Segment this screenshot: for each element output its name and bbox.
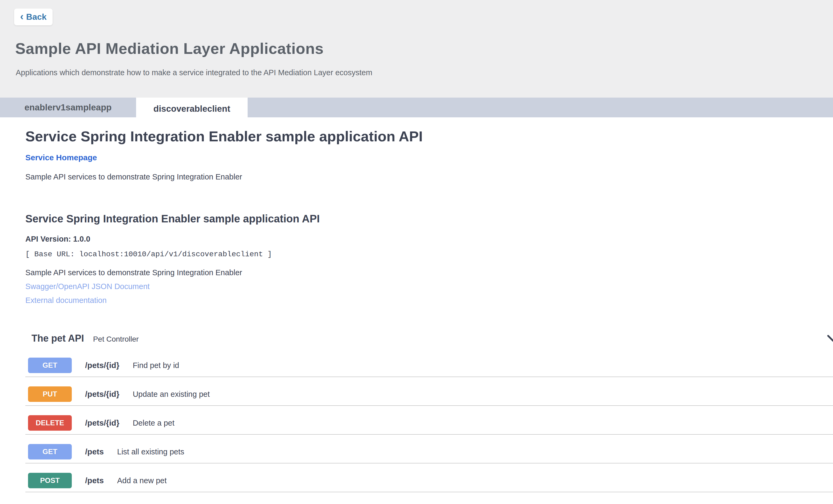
- api-catalog-page: ‹ Back Sample API Mediation Layer Applic…: [0, 0, 833, 504]
- service-tab-bar: enablerv1sampleapp discoverableclient: [0, 98, 833, 117]
- pet-api-section-header: The pet API Pet Controller: [31, 333, 139, 344]
- http-method-badge: GET: [28, 358, 72, 373]
- operation-path: /pets: [85, 447, 104, 456]
- page-subtitle: Applications which demonstrate how to ma…: [16, 68, 372, 77]
- operation-description: Delete a pet: [133, 419, 174, 427]
- operation-list: GET /pets/{id} Find pet by id PUT /pets/…: [25, 348, 833, 492]
- back-button-label: Back: [26, 12, 47, 22]
- operation-description: Add a new pet: [117, 476, 166, 485]
- operation-row[interactable]: GET /pets/{id} Find pet by id: [25, 348, 833, 377]
- external-docs-link[interactable]: External documentation: [25, 296, 107, 305]
- operation-path: /pets/{id}: [85, 361, 119, 370]
- operation-description: List all existing pets: [117, 448, 184, 456]
- back-button[interactable]: ‹ Back: [14, 8, 52, 25]
- http-method-badge: POST: [28, 473, 72, 488]
- operation-row[interactable]: DELETE /pets/{id} Delete a pet: [25, 406, 833, 435]
- api-doc-title: Service Spring Integration Enabler sampl…: [25, 213, 320, 225]
- http-method-badge: DELETE: [28, 415, 72, 431]
- operation-description: Find pet by id: [133, 361, 179, 370]
- tab-discoverableclient[interactable]: discoverableclient: [136, 98, 247, 120]
- chevron-down-icon[interactable]: [826, 331, 833, 346]
- service-homepage-link[interactable]: Service Homepage: [25, 153, 97, 162]
- http-method-badge: PUT: [28, 386, 72, 402]
- service-title: Service Spring Integration Enabler sampl…: [25, 128, 423, 145]
- api-version: API Version: 1.0.0: [25, 235, 90, 244]
- api-base-url: [ Base URL: localhost:10010/api/v1/disco…: [25, 250, 272, 258]
- operation-description: Update an existing pet: [133, 390, 210, 399]
- chevron-left-icon: ‹: [20, 11, 23, 22]
- operation-row[interactable]: PUT /pets/{id} Update an existing pet: [25, 377, 833, 406]
- service-detail-content: Service Spring Integration Enabler sampl…: [0, 117, 833, 504]
- service-description: Sample API services to demonstrate Sprin…: [25, 173, 242, 181]
- http-method-badge: GET: [28, 444, 72, 459]
- operation-path: /pets/{id}: [85, 389, 119, 399]
- api-doc-description: Sample API services to demonstrate Sprin…: [25, 268, 242, 277]
- swagger-json-link[interactable]: Swagger/OpenAPI JSON Document: [25, 282, 150, 291]
- operation-path: /pets: [85, 476, 104, 485]
- operation-row[interactable]: GET /pets List all existing pets: [25, 435, 833, 463]
- pet-api-subtitle: Pet Controller: [93, 335, 139, 344]
- operation-row[interactable]: POST /pets Add a new pet: [25, 463, 833, 492]
- tab-enablerv1sampleapp[interactable]: enablerv1sampleapp: [0, 98, 136, 117]
- pet-api-title: The pet API: [31, 333, 84, 344]
- operation-path: /pets/{id}: [85, 419, 119, 427]
- page-title: Sample API Mediation Layer Applications: [15, 40, 324, 57]
- service-hero-header: ‹ Back Sample API Mediation Layer Applic…: [0, 0, 833, 98]
